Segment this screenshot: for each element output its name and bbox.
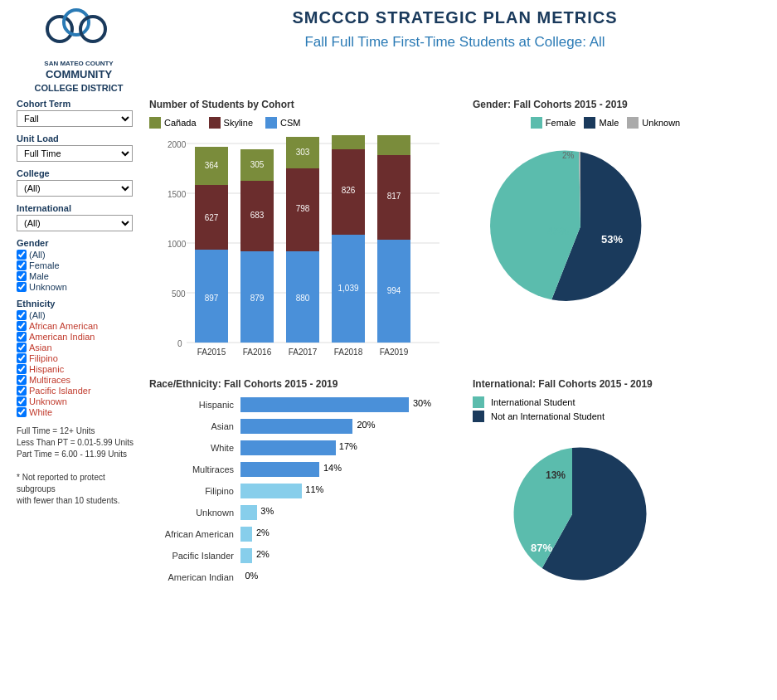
international-pie-chart: International: Fall Cohorts 2015 - 2019 … — [473, 378, 705, 595]
college-label: College — [17, 168, 141, 178]
bar-chart: Number of Students by Cohort Cañada Skyl… — [149, 99, 464, 370]
ethnicity-chart: Race/Ethnicity: Fall Cohorts 2015 - 2019… — [149, 378, 464, 595]
svg-text:994: 994 — [387, 286, 401, 295]
intl-pie-title: International: Fall Cohorts 2015 - 2019 — [473, 378, 705, 390]
eth-bar-unknown: Unknown 3% — [149, 504, 464, 521]
svg-text:1500: 1500 — [168, 190, 187, 199]
eth-white[interactable]: White — [17, 407, 141, 417]
footnote-4: * Not reported to protect subgroups — [17, 472, 141, 495]
svg-text:364: 364 — [205, 161, 219, 170]
cohort-term-label: Cohort Term — [17, 99, 141, 109]
gender-male[interactable]: Male — [17, 271, 141, 281]
svg-text:FA2015: FA2015 — [197, 348, 226, 357]
page-subtitle: Fall Full Time First-Time Students at Co… — [145, 34, 765, 51]
logo-line1: SAN MATEO COUNTY — [12, 60, 145, 68]
eth-bar-white: White 17% — [149, 440, 464, 456]
svg-text:87%: 87% — [531, 542, 552, 554]
gender-all[interactable]: (All) — [17, 250, 141, 260]
svg-text:FA2018: FA2018 — [334, 348, 363, 357]
svg-text:826: 826 — [342, 186, 356, 195]
ethnicity-label: Ethnicity — [17, 299, 141, 309]
logo: SAN MATEO COUNTY COMMUNITY COLLEGE DISTR… — [12, 8, 145, 95]
svg-text:879: 879 — [250, 294, 265, 303]
footnote-3: Part Time = 6.00 - 11.99 Units — [17, 449, 141, 460]
gender-pie-title: Gender: Fall Cohorts 2015 - 2019 — [473, 99, 738, 110]
gender-legend: Female Male Unknown — [473, 117, 738, 129]
eth-multiraces[interactable]: Multiraces — [17, 375, 141, 385]
eth-bar-asian: Asian 20% — [149, 418, 464, 435]
svg-rect-42 — [377, 135, 410, 155]
ethnicity-chart-title: Race/Ethnicity: Fall Cohorts 2015 - 2019 — [149, 378, 464, 390]
footnote-5: with fewer than 10 students. — [17, 495, 141, 507]
eth-bar-american-indian: American Indian 0% — [149, 569, 464, 586]
svg-rect-35 — [332, 135, 365, 149]
eth-bar-multiraces: Multiraces 14% — [149, 461, 464, 478]
eth-pacific-islander[interactable]: Pacific Islander — [17, 386, 141, 396]
gender-female[interactable]: Female — [17, 260, 141, 270]
eth-american-indian[interactable]: American Indian — [17, 332, 141, 342]
eth-hispanic[interactable]: Hispanic — [17, 364, 141, 374]
svg-text:1,039: 1,039 — [338, 284, 358, 293]
eth-bar-pacific-islander: Pacific Islander 2% — [149, 547, 464, 564]
eth-bar-filipino: Filipino 11% — [149, 483, 464, 499]
svg-text:FA2016: FA2016 — [243, 348, 272, 357]
footnote-1: Full Time = 12+ Units — [17, 425, 141, 437]
svg-text:683: 683 — [250, 211, 265, 220]
gender-pie-svg: 45% 53% 2% — [473, 135, 688, 318]
eth-unknown[interactable]: Unknown — [17, 396, 141, 406]
svg-text:53%: 53% — [601, 233, 623, 245]
svg-text:2%: 2% — [562, 151, 575, 160]
international-select[interactable]: (All) — [17, 215, 133, 231]
eth-african-american[interactable]: African American — [17, 321, 141, 331]
gender-unknown[interactable]: Unknown — [17, 282, 141, 292]
svg-text:897: 897 — [205, 294, 219, 303]
svg-text:305: 305 — [250, 160, 265, 169]
international-label: International — [17, 203, 141, 213]
gender-label: Gender — [17, 238, 141, 248]
bar-chart-legend: Cañada Skyline CSM — [149, 117, 464, 129]
svg-text:45%: 45% — [547, 225, 569, 237]
intl-pie-svg: 87% 13% — [473, 427, 672, 593]
bar-chart-title: Number of Students by Cohort — [149, 99, 464, 110]
footnote-2: Less Than PT = 0.01-5.99 Units — [17, 437, 141, 449]
unit-load-label: Unit Load — [17, 134, 141, 143]
eth-all[interactable]: (All) — [17, 310, 141, 320]
eth-asian[interactable]: Asian — [17, 343, 141, 352]
svg-text:880: 880 — [296, 294, 310, 303]
page-title: SMCCCD STRATEGIC PLAN METRICS — [145, 8, 765, 27]
svg-text:FA2017: FA2017 — [289, 348, 318, 357]
eth-bar-african-american: African American 2% — [149, 526, 464, 542]
svg-text:FA2019: FA2019 — [380, 348, 409, 357]
unit-load-select[interactable]: Full Time — [17, 145, 133, 162]
eth-bar-hispanic: Hispanic 30% — [149, 396, 464, 413]
college-select[interactable]: (All) — [17, 180, 133, 197]
eth-filipino[interactable]: Filipino — [17, 353, 141, 363]
svg-text:817: 817 — [387, 192, 401, 201]
svg-text:0: 0 — [177, 339, 182, 348]
svg-text:500: 500 — [172, 289, 186, 299]
bar-chart-svg: 2000 1500 1000 500 0 — [149, 135, 448, 367]
logo-line2: COMMUNITY — [12, 68, 145, 82]
svg-text:2000: 2000 — [168, 140, 187, 149]
logo-line3: COLLEGE DISTRICT — [12, 82, 145, 94]
svg-text:627: 627 — [205, 213, 219, 222]
svg-text:303: 303 — [296, 148, 310, 157]
svg-text:798: 798 — [296, 204, 310, 213]
svg-text:13%: 13% — [546, 469, 566, 481]
gender-pie-chart: Gender: Fall Cohorts 2015 - 2019 Female … — [473, 99, 738, 370]
cohort-term-select[interactable]: Fall — [17, 110, 133, 127]
svg-text:1000: 1000 — [168, 240, 187, 249]
